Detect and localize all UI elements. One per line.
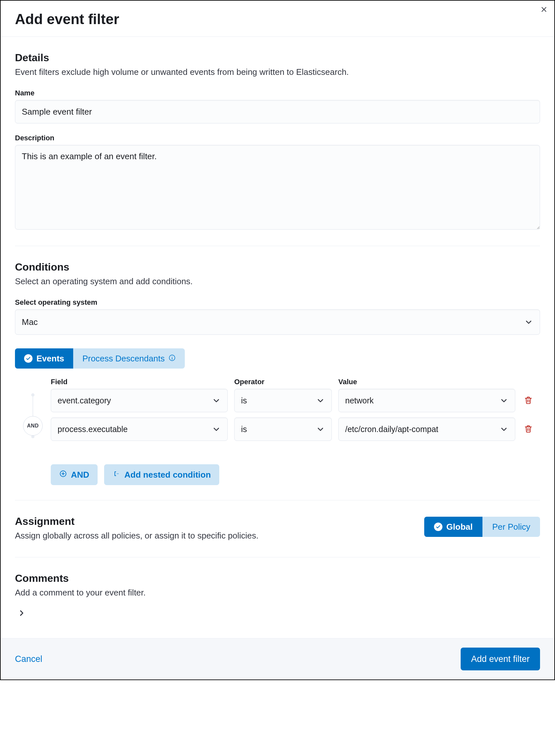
cancel-button[interactable]: Cancel: [15, 654, 42, 664]
chevron-right-icon: [18, 609, 25, 618]
and-rail: AND: [15, 378, 51, 446]
details-description: Event filters exclude high volume or unw…: [15, 66, 540, 78]
add-and-label: AND: [71, 470, 89, 480]
info-icon: [169, 354, 176, 364]
conditions-section: Conditions Select an operating system an…: [15, 246, 540, 485]
assignment-section: Assignment Assign globally across all po…: [15, 500, 540, 542]
assignment-global-label: Global: [446, 522, 473, 532]
tab-process-descendants[interactable]: Process Descendants: [73, 348, 185, 368]
operator-select[interactable]: is: [234, 389, 332, 412]
add-event-filter-modal: Add event filter Details Event filters e…: [0, 0, 555, 680]
svg-point-1: [172, 356, 172, 357]
close-icon: [541, 9, 547, 14]
description-label: Description: [15, 134, 540, 142]
comments-description: Add a comment to your event filter.: [15, 586, 540, 599]
name-input[interactable]: [15, 100, 540, 123]
close-button[interactable]: [540, 5, 549, 14]
nested-icon: [113, 470, 120, 480]
delete-condition-button[interactable]: [522, 423, 535, 436]
col-header-value: Value: [338, 378, 515, 386]
svg-point-3: [117, 473, 118, 474]
modal-footer: Cancel Add event filter: [1, 638, 554, 679]
trash-icon: [524, 424, 533, 434]
assignment-heading: Assignment: [15, 515, 259, 527]
os-label: Select operating system: [15, 298, 540, 307]
name-label: Name: [15, 89, 540, 97]
check-circle-icon: [24, 354, 33, 363]
field-select[interactable]: event.category: [51, 389, 228, 412]
tab-events-label: Events: [36, 354, 64, 364]
tab-process-descendants-label: Process Descendants: [82, 354, 165, 364]
assignment-per-policy-button[interactable]: Per Policy: [482, 517, 540, 537]
details-heading: Details: [15, 52, 540, 64]
add-nested-condition-button[interactable]: Add nested condition: [104, 464, 219, 485]
operator-select[interactable]: is: [234, 417, 332, 441]
delete-condition-button[interactable]: [522, 394, 535, 407]
assignment-global-button[interactable]: Global: [424, 517, 482, 537]
submit-button[interactable]: Add event filter: [461, 647, 540, 670]
comments-section: Comments Add a comment to your event fil…: [15, 557, 540, 620]
details-section: Details Event filters exclude high volum…: [15, 37, 540, 231]
comments-heading: Comments: [15, 572, 540, 585]
add-nested-label: Add nested condition: [124, 470, 211, 480]
description-input[interactable]: This is an example of an event filter.: [15, 145, 540, 230]
conditions-description: Select an operating system and add condi…: [15, 275, 540, 288]
svg-point-4: [118, 473, 119, 474]
col-header-field: Field: [51, 378, 228, 386]
field-select[interactable]: process.executable: [51, 417, 228, 441]
condition-row: process.executable is /etc/cron.daily/ap…: [51, 417, 540, 441]
modal-title: Add event filter: [15, 11, 540, 27]
os-select[interactable]: Mac: [15, 309, 540, 335]
value-select[interactable]: network: [338, 389, 515, 412]
check-circle-icon: [434, 523, 442, 531]
condition-row: event.category is network: [51, 389, 540, 412]
expand-comments-button[interactable]: [15, 607, 28, 620]
trash-icon: [524, 396, 533, 406]
assignment-per-policy-label: Per Policy: [492, 522, 530, 532]
and-join-badge: AND: [23, 416, 43, 436]
modal-header: Add event filter: [1, 1, 554, 37]
plus-circle-icon: [59, 470, 67, 480]
condition-type-tabs: Events Process Descendants: [15, 348, 185, 368]
add-and-button[interactable]: AND: [51, 464, 98, 485]
value-select[interactable]: /etc/cron.daily/apt-compat: [338, 417, 515, 441]
conditions-heading: Conditions: [15, 261, 540, 273]
col-header-operator: Operator: [234, 378, 332, 386]
conditions-builder: AND Field Operator Value event.category: [15, 378, 540, 446]
tab-events[interactable]: Events: [15, 348, 73, 368]
assignment-description: Assign globally across all policies, or …: [15, 529, 259, 542]
assignment-toggle: Global Per Policy: [424, 517, 540, 537]
